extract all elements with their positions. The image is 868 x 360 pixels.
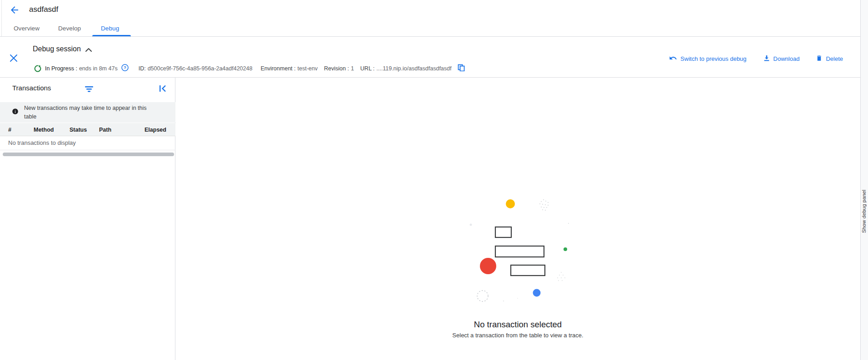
download-icon [763, 54, 770, 63]
empty-state-illustration [464, 195, 573, 305]
horizontal-scrollbar-thumb[interactable] [3, 153, 174, 156]
column-status: Status [70, 127, 87, 133]
session-status-row: In Progress : ends in 8m 47s ? ID: d500c… [34, 64, 465, 73]
active-tab-indicator [92, 35, 131, 36]
collapse-panel-button[interactable] [159, 85, 167, 94]
tab-overview[interactable]: Overview [14, 25, 40, 32]
transactions-panel: Transactions New transacti [0, 78, 175, 360]
arrow-left-icon [9, 9, 20, 17]
status-state-label: In Progress : [45, 65, 77, 72]
back-button[interactable] [9, 5, 20, 15]
transactions-table-header: # Method Status Path Elapsed [0, 123, 175, 136]
tab-develop[interactable]: Develop [58, 25, 81, 32]
tab-bar: Overview Develop Debug [0, 22, 860, 37]
tab-debug[interactable]: Debug [101, 25, 119, 32]
copy-icon [458, 64, 465, 73]
id-value: d500ce9f-756c-4a85-956a-2a4adf420248 [148, 65, 253, 72]
close-icon [9, 56, 18, 64]
svg-text:?: ? [124, 65, 126, 70]
transactions-empty-row: No transactions to display [0, 136, 175, 150]
collapse-left-icon [159, 86, 167, 94]
close-button[interactable] [9, 54, 18, 63]
transactions-panel-title: Transactions [12, 84, 51, 92]
debug-session-title: Debug session [33, 45, 81, 53]
switch-previous-debug-button[interactable]: Switch to previous debug [669, 54, 746, 64]
empty-state-subtitle: Select a transaction from the table to v… [175, 332, 860, 339]
revision-label: Revision : [324, 65, 349, 72]
page-title: asdfasdf [29, 5, 58, 14]
transactions-empty-message: No transactions to display [8, 139, 76, 146]
environment-label: Environment : [260, 65, 295, 72]
info-banner: New transactions may take time to appear… [0, 102, 175, 123]
show-debug-panel-label: Show debug panel [861, 190, 867, 233]
environment-value: test-env [298, 65, 318, 72]
column-path: Path [99, 127, 111, 133]
collapse-session-button[interactable] [85, 45, 92, 54]
empty-state-title: No transaction selected [175, 320, 860, 330]
download-label: Download [773, 55, 800, 62]
filter-icon [85, 86, 94, 94]
delete-button[interactable]: Delete [816, 54, 843, 63]
chevron-up-icon [85, 45, 92, 54]
column-elapsed: Elapsed [145, 127, 166, 133]
dot-cluster-top [539, 199, 549, 211]
apigee-debug-page: asdfasdf Overview Develop Debug Debug se… [0, 0, 868, 360]
switch-previous-debug-label: Switch to previous debug [680, 55, 746, 62]
dot-cluster-triangle [557, 272, 565, 281]
undo-icon [669, 54, 677, 64]
session-actions: Switch to previous debug Download Delete [669, 54, 843, 64]
info-icon [12, 108, 19, 117]
revision-value: 1 [351, 65, 354, 72]
debug-session-header: Debug session In Progress : ends in 8m 4… [0, 37, 860, 78]
url-label: URL : [360, 65, 375, 72]
info-banner-text: New transactions may take time to appear… [24, 104, 160, 121]
id-label: ID: [139, 65, 146, 72]
download-button[interactable]: Download [763, 54, 800, 63]
column-method: Method [34, 127, 54, 133]
filter-button[interactable] [85, 85, 94, 94]
help-icon: ? [121, 64, 129, 73]
copy-url-button[interactable] [458, 64, 465, 73]
in-progress-icon [34, 65, 41, 72]
delete-label: Delete [826, 55, 843, 62]
show-debug-panel-strip[interactable]: Show debug panel [860, 0, 868, 360]
url-value: ....119.nip.io/asdfasdfasdfasdf [376, 65, 451, 72]
status-ends-in: ends in 8m 47s [79, 65, 118, 72]
trash-icon [816, 54, 823, 63]
help-button[interactable]: ? [121, 64, 129, 73]
column-number: # [8, 127, 11, 133]
